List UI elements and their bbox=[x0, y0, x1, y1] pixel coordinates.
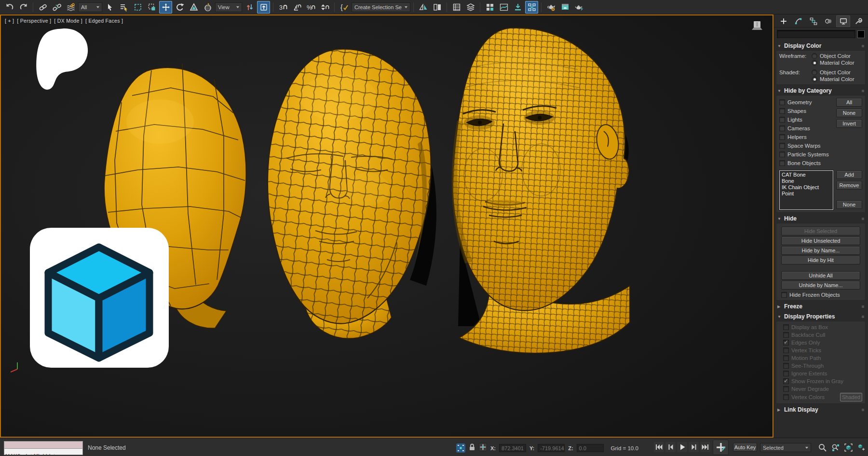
named-selection-set-dropdown[interactable]: Create Selection Se bbox=[352, 2, 410, 12]
unhide-all-button[interactable]: Unhide All bbox=[781, 271, 860, 280]
render-setup-button[interactable] bbox=[558, 1, 571, 14]
angle-snap-toggle-button[interactable] bbox=[290, 1, 303, 14]
tab-display[interactable] bbox=[836, 15, 850, 27]
wireframe-object-color-radio[interactable] bbox=[812, 53, 817, 59]
category-shapes-checkbox[interactable] bbox=[779, 108, 785, 114]
rectangular-selection-region-button[interactable] bbox=[131, 1, 144, 14]
category-helpers-checkbox[interactable] bbox=[779, 134, 785, 140]
use-pivot-point-center-button[interactable] bbox=[243, 1, 256, 14]
window-crossing-toggle-button[interactable] bbox=[145, 1, 158, 14]
auto-key-button[interactable]: Auto Key bbox=[733, 443, 757, 452]
rollout-header-link-display[interactable]: ▶ Link Display bbox=[776, 405, 866, 414]
render-production-button[interactable] bbox=[572, 1, 585, 14]
play-button[interactable] bbox=[677, 442, 687, 452]
list-add-button[interactable]: Add bbox=[836, 170, 862, 179]
viewport-pov-label[interactable]: [ Perspective ] bbox=[17, 18, 51, 24]
rollout-header-hide[interactable]: ▼ Hide bbox=[776, 214, 866, 223]
category-invert-button[interactable]: Invert bbox=[836, 119, 862, 128]
edit-named-selection-sets-button[interactable]: { bbox=[338, 1, 351, 14]
maxscript-mini-listener[interactable]: MAXScript Mini Listener bbox=[4, 441, 83, 455]
material-editor-button[interactable] bbox=[544, 1, 557, 14]
selection-lock-toggle[interactable] bbox=[469, 443, 475, 453]
spinner-snap-toggle-button[interactable] bbox=[318, 1, 331, 14]
snap-toggle-3d-button[interactable]: 3 bbox=[276, 1, 289, 14]
select-object-button[interactable] bbox=[103, 1, 116, 14]
hide-by-name-button[interactable]: Hide by Name... bbox=[781, 246, 860, 255]
go-to-start-button[interactable] bbox=[654, 442, 664, 452]
mirror-button[interactable] bbox=[417, 1, 430, 14]
next-frame-button[interactable] bbox=[689, 442, 699, 452]
rollout-header-freeze[interactable]: ▶ Freeze bbox=[776, 302, 866, 311]
select-and-scale-button[interactable] bbox=[187, 1, 200, 14]
tab-modify[interactable] bbox=[791, 15, 805, 27]
list-item[interactable]: Bone bbox=[782, 178, 831, 184]
macro-recorder-field[interactable] bbox=[4, 441, 83, 449]
category-space-warps-checkbox[interactable] bbox=[779, 143, 785, 149]
list-item[interactable]: Point bbox=[782, 191, 831, 197]
rollout-header-hide-by-category[interactable]: ▼ Hide by Category bbox=[776, 86, 866, 95]
zoom-all-button[interactable] bbox=[830, 442, 841, 453]
tab-motion[interactable] bbox=[821, 15, 835, 27]
wireframe-material-color-radio[interactable] bbox=[812, 60, 817, 66]
undo-button[interactable] bbox=[3, 1, 16, 14]
bone-type-listbox[interactable]: CAT Bone Bone IK Chain Object Point bbox=[779, 170, 833, 210]
object-color-swatch[interactable] bbox=[857, 30, 865, 38]
shaded-material-color-radio[interactable] bbox=[812, 76, 817, 82]
category-none-button[interactable]: None bbox=[836, 109, 862, 117]
listener-field[interactable]: MAXScript Mini Listener bbox=[4, 449, 83, 455]
isolate-selection-toggle[interactable] bbox=[456, 443, 465, 453]
ribbon-toggle-button[interactable] bbox=[483, 1, 496, 14]
rollout-header-display-color[interactable]: ▼ Display Color bbox=[776, 41, 866, 50]
y-coordinate-field[interactable]: -719.9614 bbox=[538, 444, 565, 452]
percent-snap-toggle-button[interactable]: % bbox=[304, 1, 317, 14]
select-and-link-button[interactable] bbox=[36, 1, 49, 14]
list-item[interactable]: IK Chain Object bbox=[782, 184, 831, 191]
previous-frame-button[interactable] bbox=[665, 442, 676, 452]
tab-utilities[interactable] bbox=[851, 15, 865, 27]
category-cameras-checkbox[interactable] bbox=[779, 125, 785, 131]
key-filter-dropdown[interactable]: Selected bbox=[760, 443, 811, 452]
zoom-extents-button[interactable] bbox=[843, 442, 854, 453]
list-remove-button[interactable]: Remove bbox=[836, 181, 862, 190]
unhide-by-name-button[interactable]: Unhide by Name... bbox=[781, 281, 860, 290]
scene-explorer-button[interactable] bbox=[450, 1, 463, 14]
category-bone-objects-checkbox[interactable] bbox=[779, 160, 785, 166]
shaded-object-color-radio[interactable] bbox=[812, 69, 817, 75]
object-name-field[interactable] bbox=[777, 30, 855, 38]
absolute-offset-mode-toggle[interactable] bbox=[479, 443, 487, 453]
go-to-end-button[interactable] bbox=[700, 442, 710, 452]
category-geometry-checkbox[interactable] bbox=[779, 99, 785, 105]
bind-to-space-warp-button[interactable] bbox=[64, 1, 77, 14]
list-none-button[interactable]: None bbox=[836, 200, 862, 209]
rollout-header-display-properties[interactable]: ▼ Display Properties bbox=[776, 312, 866, 321]
viewport-shading-label[interactable]: [ Edged Faces ] bbox=[85, 18, 123, 24]
align-button[interactable] bbox=[431, 1, 444, 14]
tab-hierarchy[interactable] bbox=[806, 15, 820, 27]
layer-explorer-button[interactable] bbox=[464, 1, 477, 14]
hide-unselected-button[interactable]: Hide Unselected bbox=[781, 236, 860, 245]
perspective-viewport[interactable]: [ + ] [ Perspective ] [ DX Mode ] [ Edge… bbox=[0, 14, 773, 438]
unlink-selection-button[interactable] bbox=[50, 1, 63, 14]
category-lights-checkbox[interactable] bbox=[779, 117, 785, 123]
x-coordinate-field[interactable]: 872.3401 bbox=[499, 444, 526, 452]
hide-by-hit-button[interactable]: Hide by Hit bbox=[781, 256, 860, 264]
viewport-mode-label[interactable]: [ DX Mode ] bbox=[54, 18, 82, 24]
z-coordinate-field[interactable]: 0.0 bbox=[577, 444, 604, 452]
select-and-move-button[interactable] bbox=[159, 1, 172, 14]
select-and-manipulate-button[interactable] bbox=[257, 1, 270, 14]
select-and-place-button[interactable] bbox=[201, 1, 214, 14]
selection-filter-dropdown[interactable]: All bbox=[78, 2, 102, 12]
minimize-ribbon-button[interactable] bbox=[511, 1, 524, 14]
select-by-name-button[interactable] bbox=[117, 1, 130, 14]
zoom-extents-all-button[interactable] bbox=[856, 442, 867, 453]
schematic-view-button[interactable] bbox=[525, 1, 538, 14]
viewport-monitor-icon[interactable] bbox=[749, 20, 765, 34]
category-particle-systems-checkbox[interactable] bbox=[779, 152, 785, 157]
viewport-menu-label[interactable]: [ + ] bbox=[5, 18, 14, 24]
list-item[interactable]: CAT Bone bbox=[782, 172, 831, 178]
zoom-button[interactable] bbox=[817, 442, 827, 453]
hide-frozen-objects-checkbox[interactable] bbox=[781, 292, 787, 298]
select-and-rotate-button[interactable] bbox=[173, 1, 186, 14]
tab-create[interactable] bbox=[776, 15, 790, 27]
redo-button[interactable] bbox=[17, 1, 30, 14]
